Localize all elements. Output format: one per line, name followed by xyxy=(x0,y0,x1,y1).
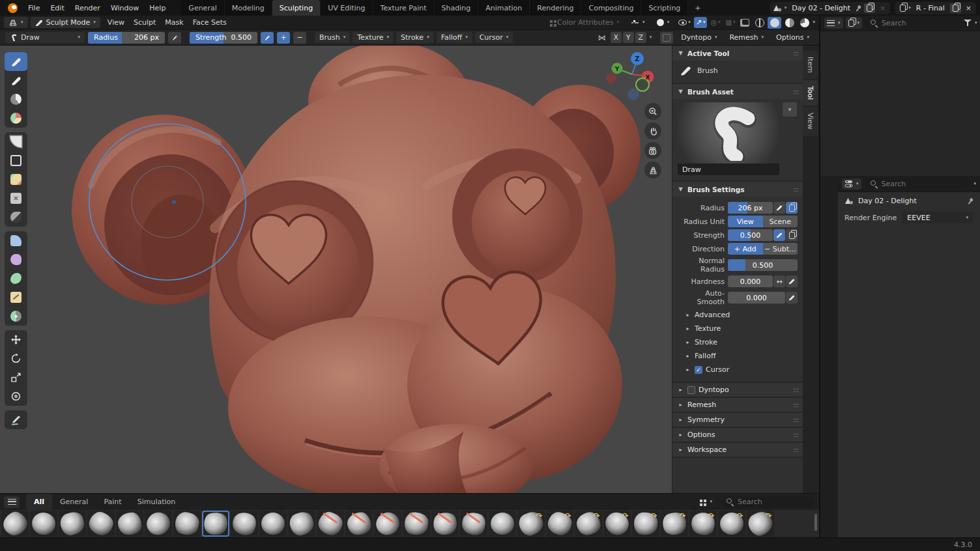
add-workspace-button[interactable]: + xyxy=(689,3,706,14)
brush-thumbnail[interactable] xyxy=(374,511,401,537)
subpanel-falloff[interactable]: ▸Falloff xyxy=(678,349,798,363)
shelf-tab-general[interactable]: General xyxy=(52,494,96,510)
brush-thumbnail[interactable]: ↷ xyxy=(661,511,688,537)
mirror-dropdown[interactable]: ▾ xyxy=(650,35,652,40)
brush-selector[interactable]: Draw ▾ xyxy=(5,32,85,43)
strength-slider[interactable]: Strength 0.500 xyxy=(190,32,257,44)
strength-unified-toggle[interactable] xyxy=(786,229,798,241)
sidebar-tab-item[interactable]: Item xyxy=(803,51,818,79)
brush-thumbnail[interactable] xyxy=(489,511,516,537)
shelf-tab-paint[interactable]: Paint xyxy=(96,494,129,510)
subpanel-texture[interactable]: ▸Texture xyxy=(678,322,798,335)
brush-thumbnail[interactable]: ↷ xyxy=(689,511,717,537)
menu-window[interactable]: Window xyxy=(106,3,144,14)
dyntopo-checkbox[interactable] xyxy=(660,32,673,44)
brush-thumbnail[interactable] xyxy=(403,511,430,537)
brush-thumbnail[interactable] xyxy=(317,511,344,537)
tool-inflate-button[interactable] xyxy=(5,151,27,170)
radius-pressure-toggle[interactable] xyxy=(773,202,785,214)
tool-smooth-button[interactable] xyxy=(5,208,27,227)
shelf-tab-simulation[interactable]: Simulation xyxy=(130,494,184,510)
hardness-slider[interactable]: 0.000 xyxy=(728,276,773,287)
tool-blob-button[interactable] xyxy=(5,170,27,189)
brush-thumbnail[interactable]: ↷ xyxy=(517,511,545,537)
new-scene-button[interactable] xyxy=(864,3,875,13)
mode-selector[interactable]: Sculpt Mode ▾ xyxy=(31,17,100,28)
workspace-tab-general[interactable]: General xyxy=(181,0,224,16)
properties-search[interactable] xyxy=(865,178,971,190)
shading-wireframe-button[interactable] xyxy=(753,17,766,29)
subpanel-cursor[interactable]: ▸✓Cursor xyxy=(678,363,798,376)
menu-help[interactable]: Help xyxy=(144,3,171,14)
dyntopo-dropdown[interactable]: Dyntopo▾ xyxy=(676,32,721,43)
xray-dropdown[interactable]: ▨▾ xyxy=(724,17,738,28)
tool-snake-hook-button[interactable] xyxy=(5,269,27,288)
subpanel-stroke[interactable]: ▸Stroke xyxy=(678,335,798,349)
scene-selector[interactable]: ▾ Day 02 - Delight × xyxy=(770,2,891,14)
workspace-tab-animation[interactable]: Animation xyxy=(478,0,530,16)
radius-unified-toggle[interactable] xyxy=(786,202,798,214)
strength-slider[interactable]: 0.500 xyxy=(728,229,773,241)
tool-simplify-button[interactable]: ✦ xyxy=(5,307,27,326)
viewport-menu-face-sets[interactable]: Face Sets xyxy=(188,17,231,28)
toggle-xray-button[interactable] xyxy=(738,17,751,28)
normal-radius-slider[interactable]: 0.500 xyxy=(728,259,798,271)
tool-annotate-button[interactable] xyxy=(5,410,27,429)
subpanel-advanced[interactable]: ▸Advanced xyxy=(678,308,798,322)
panel-options[interactable]: ▸Options:::: xyxy=(672,428,803,443)
direction-subtract-button[interactable]: − xyxy=(293,32,306,44)
menu-edit[interactable]: Edit xyxy=(45,3,69,14)
overlays-dropdown[interactable]: ◎▾ xyxy=(708,17,722,28)
tool-grab-button[interactable] xyxy=(5,231,27,250)
brush-tip-dropdown[interactable]: ▾ xyxy=(652,17,674,28)
properties-options-dropdown[interactable]: ▾ xyxy=(973,182,976,186)
remove-view-layer-button[interactable]: × xyxy=(964,4,973,12)
shading-dropdown[interactable]: ▾ xyxy=(813,20,815,25)
blender-logo-icon[interactable] xyxy=(8,3,18,13)
viewport-menu-mask[interactable]: Mask xyxy=(160,17,188,28)
radius-slider[interactable]: 206 px xyxy=(728,202,773,214)
properties-editor-type-button[interactable]: ▾ xyxy=(842,178,861,190)
menu-render[interactable]: Render xyxy=(70,3,106,14)
radius-unit-view[interactable]: View xyxy=(728,216,763,227)
brush-thumbnail[interactable]: ↷ xyxy=(747,511,774,537)
brush-asset-panel-header[interactable]: ▼Brush Asset:::: xyxy=(672,84,803,99)
workspace-tab-compositing[interactable]: Compositing xyxy=(581,0,641,16)
brush-thumbnail[interactable]: ↷ xyxy=(718,511,745,537)
new-view-layer-button[interactable] xyxy=(950,3,961,13)
tool-clay-strips-button[interactable] xyxy=(5,109,27,128)
brush-thumbnail[interactable] xyxy=(173,511,201,537)
radius-slider[interactable]: Radius 206 px xyxy=(88,32,165,44)
mirror-axis-y[interactable]: Y xyxy=(623,32,634,43)
brush-thumbnail[interactable] xyxy=(116,511,143,537)
options-dropdown[interactable]: Options▾ xyxy=(771,32,814,43)
visibility-dropdown[interactable]: ▾ xyxy=(676,17,693,28)
brush-thumbnail[interactable] xyxy=(431,511,459,537)
brush-thumbnail[interactable]: ↷ xyxy=(632,511,659,537)
camera-view-button[interactable] xyxy=(644,142,661,159)
active-tool-panel-header[interactable]: ▼Active Tool:::: xyxy=(672,46,803,61)
brush-thumbnail[interactable] xyxy=(59,511,86,537)
outliner-editor-type-button[interactable]: ▾ xyxy=(824,18,843,29)
tool-crease-button[interactable]: ✕ xyxy=(5,189,27,208)
gizmos-dropdown[interactable]: ↗▾ xyxy=(694,17,708,28)
tool-scale-button[interactable] xyxy=(5,368,27,387)
workspace-tab-shading[interactable]: Shading xyxy=(435,0,479,16)
zoom-button[interactable] xyxy=(644,103,661,120)
pin-icon[interactable] xyxy=(854,4,863,12)
outliner-search[interactable] xyxy=(865,18,959,29)
cursor-checkbox[interactable]: ✓ xyxy=(695,366,702,374)
remesh-dropdown[interactable]: Remesh▾ xyxy=(725,32,768,43)
minus-z-axis-handle[interactable] xyxy=(627,89,639,100)
sidebar-tab-view[interactable]: View xyxy=(803,107,818,135)
brush-thumbnail[interactable] xyxy=(1,511,29,537)
brush-thumbnail[interactable] xyxy=(259,511,287,537)
sidebar-tab-tool[interactable]: Tool xyxy=(803,80,818,106)
outliner-search-input[interactable] xyxy=(882,19,953,27)
mirror-axis-x[interactable]: X xyxy=(611,32,622,43)
shelf-display-button[interactable]: ▾ xyxy=(695,496,717,507)
workspace-tab-rendering[interactable]: Rendering xyxy=(530,0,581,16)
outliner-display-mode-button[interactable]: ▾ xyxy=(846,18,863,29)
workspace-tab-uv-editing[interactable]: UV Editing xyxy=(321,0,373,16)
workspace-tab-scripting[interactable]: Scripting xyxy=(641,0,688,16)
